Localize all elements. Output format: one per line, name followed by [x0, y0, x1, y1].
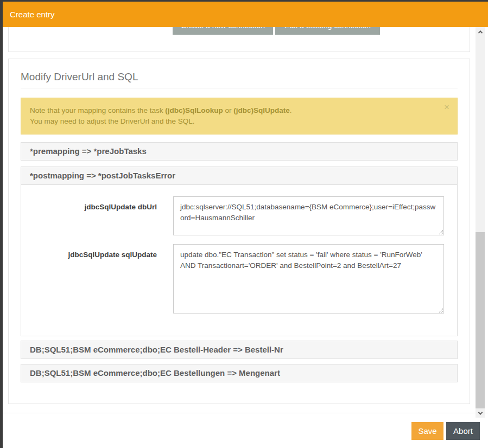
sqlupdate-textarea[interactable]: update dbo."EC Transaction" set status =… [173, 244, 444, 313]
warning-intro-text: Note that your mapping contains the task [30, 106, 165, 114]
accordion-header-bestellungen[interactable]: DB;SQL51;BSM eCommerce;dbo;EC Bestellung… [21, 364, 458, 382]
dburl-textarea[interactable]: jdbc:sqlserver://SQL51;databasename={BSM… [173, 196, 444, 235]
accordion-header-premapping[interactable]: *premapping => *preJobTasks [21, 142, 458, 161]
warning-line-2: You may need to adjust the DriverUrl and… [30, 116, 435, 127]
warning-conjunction-text: or [223, 106, 234, 114]
chevron-down-icon [478, 410, 482, 414]
dialog-footer: Save Abort [3, 413, 488, 448]
scrollbar-thumb[interactable] [476, 232, 485, 408]
sql-panel: Modify DriverUrl and SQL Note that your … [8, 59, 470, 404]
connection-buttons-row: Create a new connection Edit a existing … [173, 27, 380, 35]
section-title-divider [21, 88, 458, 88]
field-row-dburl: jdbcSqlUpdate dbUrl jdbc:sqlserver://SQL… [29, 196, 449, 235]
warning-alert: Note that your mapping contains the task… [21, 98, 458, 135]
edit-connection-button[interactable]: Edit a existing connection [275, 27, 380, 35]
accordion-body-postmapping: jdbcSqlUpdate dbUrl jdbc:sqlserver://SQL… [21, 185, 458, 336]
save-button[interactable]: Save [411, 422, 443, 440]
sqlupdate-field-label: jdbcSqlUpdate sqlUpdate [29, 244, 157, 313]
connection-panel: Create a new connection Edit a existing … [8, 27, 470, 52]
warning-task1-text: (jdbc)SqlLookup [165, 106, 223, 114]
vertical-scrollbar[interactable] [476, 27, 485, 418]
chevron-up-icon [478, 30, 482, 35]
dialog-header: Create entry [3, 2, 488, 27]
close-icon[interactable]: × [444, 103, 449, 112]
warning-suffix-text: . [290, 106, 292, 114]
create-connection-button[interactable]: Create a new connection [173, 27, 273, 35]
scrollbar-up-button[interactable] [476, 27, 485, 36]
accordion-header-bestell-header[interactable]: DB;SQL51;BSM eCommerce;dbo;EC Bestell-He… [21, 341, 458, 359]
accordion-header-postmapping[interactable]: *postmapping => *postJobTasksError [21, 167, 458, 185]
dialog-title: Create entry [10, 10, 55, 19]
dburl-field-label: jdbcSqlUpdate dbUrl [29, 196, 157, 235]
field-row-sqlupdate: jdbcSqlUpdate sqlUpdate update dbo."EC T… [29, 244, 449, 313]
warning-line-1: Note that your mapping contains the task… [30, 105, 435, 116]
scrollbar-down-button[interactable] [476, 408, 485, 418]
section-title: Modify DriverUrl and SQL [21, 71, 458, 83]
dialog-body: Create a new connection Edit a existing … [3, 27, 476, 413]
warning-task2-text: (jdbc)SqlUpdate [233, 106, 290, 114]
abort-button[interactable]: Abort [446, 422, 480, 440]
